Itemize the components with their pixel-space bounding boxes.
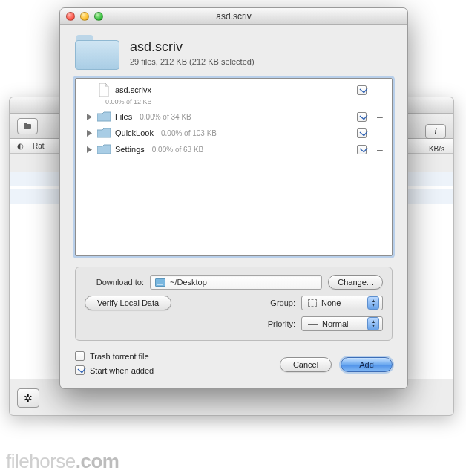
file-checkbox[interactable] (357, 145, 367, 154)
file-row[interactable]: QuickLook 0.00% of 103 KB – (76, 125, 392, 141)
add-button[interactable]: Add (341, 357, 393, 372)
disclosure-triangle-icon[interactable] (86, 146, 93, 153)
file-priority-indicator[interactable]: – (375, 113, 384, 120)
download-to-label: Download to: (85, 278, 144, 287)
file-priority-indicator[interactable]: – (375, 86, 384, 94)
folder-icon (97, 143, 111, 156)
stepper-arrows-icon: ▲▼ (367, 317, 379, 330)
svg-rect-1 (24, 123, 27, 125)
group-label: Group: (270, 299, 295, 307)
priority-popup[interactable]: — Normal ▲▼ (301, 316, 383, 331)
file-progress: 0.00% of 63 KB (152, 146, 204, 154)
file-row[interactable]: asd.scrivx – (76, 82, 392, 98)
start-when-added-checkbox[interactable] (75, 365, 85, 375)
file-row-sub: 0.00% of 12 KB (76, 98, 392, 108)
file-name: Settings (115, 145, 145, 154)
file-progress: 0.00% of 34 KB (140, 113, 191, 121)
folder-icon (97, 110, 111, 123)
group-value: None (321, 299, 341, 307)
stepper-arrows-icon: ▲▼ (367, 296, 379, 310)
group-none-icon (308, 299, 317, 307)
file-list[interactable]: asd.scrivx – 0.00% of 12 KB Files 0.00% … (75, 78, 393, 256)
document-icon (97, 83, 111, 97)
bg-settings-button[interactable]: ✲ (17, 388, 39, 408)
download-path-text: ~/Desktop (170, 278, 207, 287)
file-progress: 0.00% of 12 KB (105, 98, 152, 105)
bg-col-rat: Rat (33, 142, 45, 150)
priority-label: Priority: (268, 319, 295, 328)
disclosure-triangle-icon[interactable] (86, 114, 93, 120)
start-when-added-checkbox-row[interactable]: Start when added (75, 365, 154, 375)
file-checkbox[interactable] (357, 85, 367, 95)
file-name: QuickLook (115, 128, 154, 137)
add-torrent-dialog: asd.scriv asd.scriv 29 files, 212 KB (21… (59, 7, 408, 389)
file-row[interactable]: Settings 0.00% of 63 KB – (76, 141, 392, 157)
bg-kbs-label: KB/s (429, 145, 444, 153)
start-when-added-label: Start when added (90, 366, 154, 375)
disclosure-triangle-icon[interactable] (86, 130, 93, 137)
change-location-button[interactable]: Change... (328, 275, 383, 290)
cancel-button[interactable]: Cancel (280, 357, 332, 372)
verify-local-data-button[interactable]: Verify Local Data (85, 296, 171, 310)
window-title: asd.scriv (60, 11, 407, 22)
torrent-name: asd.scriv (130, 39, 255, 55)
watermark: filehorse.com (6, 450, 119, 473)
desktop-icon (155, 278, 165, 287)
file-name: Files (115, 112, 132, 121)
file-checkbox[interactable] (357, 112, 367, 122)
folder-icon (97, 126, 111, 140)
group-popup[interactable]: None ▲▼ (301, 296, 383, 310)
file-progress: 0.00% of 103 KB (161, 129, 217, 137)
file-name: asd.scrivx (115, 85, 151, 94)
torrent-summary: 29 files, 212 KB (212 KB selected) (130, 57, 255, 66)
options-panel: Download to: ~/Desktop Change... Verify … (75, 267, 393, 341)
dialog-header: asd.scriv 29 files, 212 KB (212 KB selec… (60, 25, 407, 78)
trash-torrent-label: Trash torrent file (90, 352, 149, 361)
priority-value: Normal (322, 319, 348, 328)
file-row[interactable]: Files 0.00% of 34 KB – (76, 108, 392, 125)
bg-info-button[interactable]: i (425, 124, 446, 139)
titlebar[interactable]: asd.scriv (60, 8, 407, 25)
download-path-display: ~/Desktop (150, 275, 322, 290)
folder-icon (75, 35, 119, 71)
dialog-footer: Trash torrent file Start when added Canc… (60, 341, 407, 388)
file-priority-indicator[interactable]: – (375, 146, 384, 153)
trash-torrent-checkbox[interactable] (75, 351, 85, 361)
priority-dash-icon: — (308, 321, 318, 327)
trash-torrent-checkbox-row[interactable]: Trash torrent file (75, 351, 154, 361)
bg-toolbar-button-open[interactable] (17, 118, 38, 134)
svg-rect-0 (24, 124, 31, 129)
file-priority-indicator[interactable]: – (375, 129, 384, 137)
file-checkbox[interactable] (357, 128, 367, 138)
